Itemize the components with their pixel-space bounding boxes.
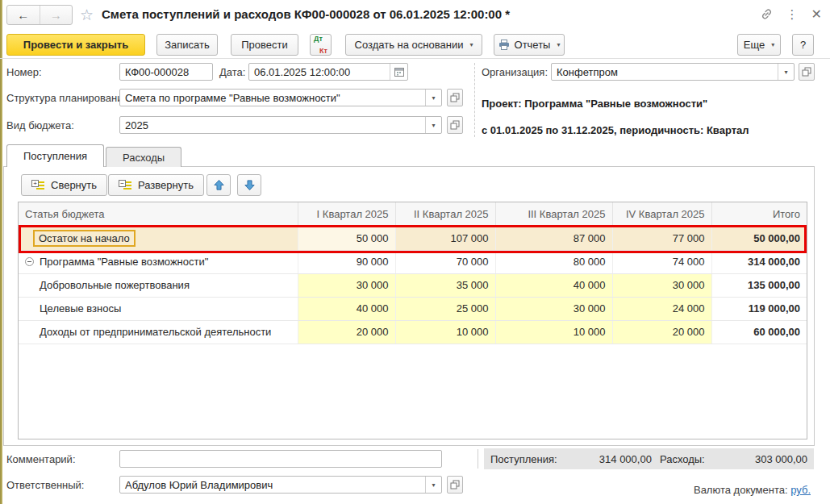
cell-q3[interactable]: 80 000 (495, 250, 612, 273)
table-row-donations[interactable]: Добровольные пожертвования 30 000 35 000… (19, 273, 807, 297)
col-header-total[interactable]: Итого (711, 202, 807, 227)
reports-button[interactable]: Отчеты▾ (494, 34, 565, 56)
cell-q4[interactable]: 24 000 (612, 297, 711, 320)
row-label[interactable]: Доходы от предпринимательской деятельнос… (19, 320, 298, 344)
collapse-label: Свернуть (51, 179, 97, 191)
expenses-total-label: Расходы: (660, 453, 705, 465)
kebab-menu-icon[interactable]: ⋮ (786, 7, 799, 22)
col-header-q3[interactable]: III Квартал 2025 (495, 202, 612, 227)
open-form-icon (450, 93, 460, 102)
link-icon[interactable] (760, 7, 774, 21)
cell-q2[interactable]: 25 000 (395, 297, 495, 320)
cell-q4[interactable]: 20 000 (612, 320, 711, 344)
comment-input[interactable] (119, 450, 442, 468)
expenses-total-value: 303 000,00 (705, 453, 807, 465)
dt-label: Дт (311, 35, 331, 43)
col-header-q1[interactable]: I Квартал 2025 (298, 202, 395, 227)
post-and-close-label: Провести и закрыть (23, 39, 128, 51)
planning-structure-open-button[interactable] (447, 89, 463, 106)
page-title: Смета поступлений и расходов КФ00-000028… (102, 7, 510, 21)
col-header-article[interactable]: Статья бюджета (19, 202, 298, 227)
expand-button[interactable]: − Развернуть (108, 174, 204, 196)
chevron-down-icon[interactable]: ▾ (425, 117, 441, 133)
currency-link[interactable]: руб. (790, 484, 811, 496)
planning-structure-select[interactable]: Смета по программе "Равные возможности" … (119, 89, 442, 106)
cell-total[interactable]: 314 000,00 (711, 250, 807, 273)
cell-q1[interactable]: 90 000 (298, 250, 395, 273)
tab-expenses[interactable]: Расходы (106, 147, 181, 167)
more-button[interactable]: Еще▾ (737, 34, 781, 56)
form-column-separator (474, 63, 475, 137)
planning-structure-value: Смета по программе "Равные возможности" (120, 92, 425, 104)
cell-total[interactable]: 60 000,00 (711, 320, 807, 344)
row-label[interactable]: Целевые взносы (19, 297, 298, 320)
favorite-star-icon[interactable]: ☆ (80, 6, 94, 24)
chevron-down-icon[interactable]: ▾ (778, 64, 794, 80)
col-header-q4[interactable]: IV Квартал 2025 (612, 202, 711, 227)
toolbar-separator (0, 58, 830, 59)
cell-q4[interactable]: 30 000 (612, 273, 711, 297)
save-button[interactable]: Записать (156, 34, 218, 56)
cell-q1[interactable]: 20 000 (298, 320, 395, 344)
more-label: Еще (744, 39, 765, 51)
budget-kind-value: 2025 (120, 119, 425, 131)
expand-tree-icon: − (119, 180, 132, 191)
close-icon[interactable]: ✕ (811, 6, 822, 22)
open-form-icon (450, 120, 460, 130)
chevron-down-icon[interactable]: ▾ (425, 90, 441, 106)
col-header-q2[interactable]: II Квартал 2025 (395, 202, 495, 227)
organization-open-button[interactable] (799, 63, 815, 81)
forward-button[interactable]: → (40, 6, 73, 24)
table-row-business-income[interactable]: Доходы от предпринимательской деятельнос… (19, 320, 807, 344)
create-based-on-button[interactable]: Создать на основании▾ (345, 34, 482, 56)
cell-q4[interactable]: 77 000 (612, 227, 711, 250)
chevron-down-icon: ▾ (557, 41, 560, 48)
cell-q2[interactable]: 107 000 (395, 227, 495, 250)
date-input[interactable]: 06.01.2025 12:00:00 (248, 63, 408, 81)
cell-total[interactable]: 50 000,00 (711, 227, 807, 250)
cell-q2[interactable]: 10 000 (395, 320, 495, 344)
post-button[interactable]: Провести (231, 34, 298, 56)
table-row-target-contributions[interactable]: Целевые взносы 40 000 25 000 30 000 24 0… (19, 297, 807, 320)
footer-separator (478, 449, 478, 469)
cell-q1[interactable]: 40 000 (298, 297, 395, 320)
row-label[interactable]: Добровольные пожертвования (19, 273, 298, 297)
help-button[interactable]: ? (792, 34, 814, 56)
post-and-close-button[interactable]: Провести и закрыть (6, 34, 145, 56)
budget-table: Статья бюджета I Квартал 2025 II Квартал… (18, 202, 807, 439)
table-row-opening-balance[interactable]: Остаток на начало 50 000 107 000 87 000 … (19, 227, 807, 250)
cell-q2[interactable]: 70 000 (395, 250, 495, 273)
collapse-group-icon[interactable] (25, 257, 34, 266)
cell-total[interactable]: 119 000,00 (711, 297, 807, 320)
history-nav-group: ← → (6, 5, 73, 25)
cell-q3[interactable]: 30 000 (495, 297, 612, 320)
organization-select[interactable]: Конфетпром ▾ (551, 63, 795, 81)
calendar-icon[interactable] (390, 64, 407, 80)
cell-total[interactable]: 135 000,00 (711, 273, 807, 297)
number-input[interactable] (119, 63, 213, 81)
chevron-down-icon[interactable]: ▾ (425, 477, 441, 493)
move-down-button[interactable] (237, 174, 261, 196)
reports-label: Отчеты (515, 39, 551, 51)
cell-q1[interactable]: 50 000 (298, 227, 395, 250)
cell-q4[interactable]: 74 000 (612, 250, 711, 273)
move-up-button[interactable] (206, 174, 231, 196)
budget-kind-open-button[interactable] (447, 116, 463, 134)
cell-q3[interactable]: 10 000 (495, 320, 612, 344)
project-info: Проект: Программа "Равные возможности" (482, 98, 707, 110)
collapse-button[interactable]: + Свернуть (21, 174, 107, 196)
back-button[interactable]: ← (7, 6, 40, 24)
table-row-program-group[interactable]: Программа "Равные возможности" 90 000 70… (19, 250, 807, 273)
responsible-open-button[interactable] (447, 476, 463, 494)
cell-q1[interactable]: 30 000 (298, 273, 395, 297)
dtkt-postings-button[interactable]: Дт Кт (310, 34, 332, 56)
command-bar: Провести и закрыть Записать Провести Дт … (0, 31, 830, 58)
cell-q3[interactable]: 40 000 (495, 273, 612, 297)
tab-incomes[interactable]: Поступления (6, 144, 104, 167)
cell-q3[interactable]: 87 000 (495, 227, 612, 250)
cell-q2[interactable]: 35 000 (395, 273, 495, 297)
responsible-select[interactable]: Абдулов Юрий Владимирович ▾ (119, 476, 442, 494)
focused-cell-box[interactable]: Остаток на начало (33, 230, 136, 247)
post-label: Провести (241, 39, 288, 51)
budget-kind-select[interactable]: 2025 ▾ (119, 116, 442, 134)
